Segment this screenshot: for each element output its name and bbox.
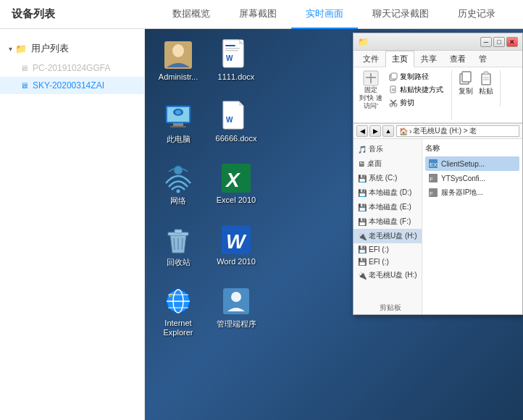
close-button[interactable]: ✕ bbox=[506, 37, 518, 47]
nav-drive-c[interactable]: 💾 系统 (C:) bbox=[353, 171, 422, 185]
svg-rect-5 bbox=[225, 48, 240, 49]
desktop: Administr... W bbox=[145, 29, 523, 420]
fe-clipboard-btns: 复制路径 粘贴快捷方式 剪切 bbox=[387, 70, 445, 109]
nav-drive-e[interactable]: 💾 本地磁盘 (E:) bbox=[353, 200, 422, 214]
drive-e-icon: 💾 bbox=[358, 203, 367, 211]
usb2-icon: 🔌 bbox=[358, 272, 367, 280]
fe-tab-file[interactable]: 文件 bbox=[356, 51, 385, 67]
admin-icon bbox=[162, 39, 194, 71]
window-controls: ─ □ ✕ bbox=[480, 37, 518, 47]
nav-drive-d[interactable]: 💾 本地磁盘 (D:) bbox=[353, 185, 422, 200]
back-button[interactable]: ◀ bbox=[356, 125, 368, 137]
desktop-icon-doc1[interactable]: W 1111.docx bbox=[210, 36, 262, 98]
mypc-label: 此电脑 bbox=[167, 134, 191, 145]
svg-rect-11 bbox=[170, 126, 186, 127]
tab-history[interactable]: 历史记录 bbox=[443, 0, 510, 29]
usb-h2-label: 老毛桃U盘 (H:) bbox=[369, 270, 417, 280]
desktop-icon-mgr[interactable]: 管理端程序 bbox=[210, 282, 262, 344]
sidebar-item-pc2[interactable]: 🖥 SKY-20200314ZAI bbox=[0, 77, 144, 94]
desktop-icon-excel[interactable]: X Excel 2010 bbox=[210, 159, 262, 221]
mgr-label: 管理端程序 bbox=[217, 319, 256, 329]
svg-point-16 bbox=[174, 166, 183, 175]
nav-music[interactable]: 🎵 音乐 bbox=[353, 142, 422, 156]
efi2-icon: 💾 bbox=[358, 258, 367, 266]
desktop-icon-ie[interactable]: e Internet Explorer bbox=[152, 282, 204, 344]
file-item-1[interactable]: EXE ClientSetup... bbox=[425, 156, 519, 171]
fe-paste-shortcut-btn[interactable]: 粘贴快捷方式 bbox=[387, 83, 445, 96]
fe-addressbar: ◀ ▶ ▲ 🏠 › 老毛桃U盘 (H:) > 老 bbox=[353, 124, 522, 139]
fe-file-list: 名称 EXE ClientSetup... F YTSysConfi... F bbox=[422, 139, 522, 314]
address-bar[interactable]: 🏠 › 老毛桃U盘 (H:) > 老 bbox=[396, 125, 519, 137]
desktop-icon: 🖥 bbox=[358, 160, 365, 168]
nav-usb-h2[interactable]: 🔌 老毛桃U盘 (H:) bbox=[353, 268, 422, 282]
drive-d-icon: 💾 bbox=[358, 189, 367, 197]
fe-tab-view[interactable]: 查看 bbox=[443, 51, 472, 67]
tab-realtime[interactable]: 实时画面 bbox=[291, 0, 358, 29]
desktop-icon-recycle[interactable]: 回收站 bbox=[152, 221, 204, 282]
desktop-label: 桌面 bbox=[367, 159, 382, 169]
recycle-label: 回收站 bbox=[167, 257, 191, 268]
file-item-3[interactable]: F 服务器IP地... bbox=[425, 185, 519, 200]
tab-data-overview[interactable]: 数据概览 bbox=[158, 0, 225, 29]
svg-rect-4 bbox=[225, 45, 235, 46]
column-name: 名称 bbox=[425, 142, 519, 155]
svg-rect-20 bbox=[175, 230, 182, 233]
nav-efi2[interactable]: 💾 EFI (:) bbox=[353, 256, 422, 268]
sidebar-group-users[interactable]: ▾ 📁 用户列表 bbox=[0, 38, 144, 59]
maximize-button[interactable]: □ bbox=[493, 37, 505, 47]
fe-titlebar: 📁 ─ □ ✕ bbox=[353, 33, 522, 51]
tab-screenshot[interactable]: 屏幕截图 bbox=[225, 0, 291, 29]
fe-tab-more[interactable]: 管 bbox=[472, 51, 493, 67]
music-label: 音乐 bbox=[369, 144, 383, 154]
fe-paste-btn[interactable]: 粘贴 bbox=[478, 70, 494, 96]
pc2-label: SKY-20200314ZAI bbox=[33, 80, 104, 91]
svg-text:X: X bbox=[225, 169, 241, 191]
desktop-icon-network[interactable]: 网络 bbox=[152, 159, 204, 221]
sidebar-item-pc1[interactable]: 🖥 PC-20191024GGFA bbox=[0, 59, 144, 77]
fe-nav-sidebar: 🎵 音乐 🖥 桌面 💾 系统 (C:) bbox=[353, 139, 422, 314]
fe-ribbon-tabs: 文件 主页 共享 查看 管 bbox=[353, 51, 522, 67]
music-icon: 🎵 bbox=[358, 146, 367, 154]
doc1-label: 1111.docx bbox=[218, 72, 255, 81]
drive-c-icon: 💾 bbox=[358, 175, 367, 182]
drive-f-icon: 💾 bbox=[358, 218, 367, 226]
network-icon bbox=[162, 162, 194, 194]
doc2-icon: W bbox=[220, 101, 252, 133]
desktop-icon-doc2[interactable]: W 66666.docx bbox=[210, 98, 262, 159]
sidebar: ▾ 📁 用户列表 🖥 PC-20191024GGFA 🖥 SKY-2020031… bbox=[0, 29, 145, 420]
nav-desktop[interactable]: 🖥 桌面 bbox=[353, 156, 422, 171]
network-label: 网络 bbox=[170, 196, 186, 206]
svg-point-30 bbox=[231, 292, 241, 302]
fe-ribbon-group-pin: 固定到'快 速访问' 复制路径 粘贴快捷方式 bbox=[358, 70, 452, 119]
nav-drive-f[interactable]: 💾 本地磁盘 (F:) bbox=[353, 214, 422, 229]
desktop-icon-admin[interactable]: Administr... bbox=[152, 36, 204, 98]
efi1-label: EFI (:) bbox=[369, 245, 389, 253]
fe-copy-btn[interactable]: 复制 bbox=[458, 70, 474, 96]
file-item-2[interactable]: F YTSysConfi... bbox=[425, 171, 519, 185]
word2010-label: Word 2010 bbox=[217, 257, 256, 266]
svg-text:EXE: EXE bbox=[430, 161, 438, 168]
forward-button[interactable]: ▶ bbox=[369, 125, 381, 137]
svg-text:W: W bbox=[226, 54, 233, 62]
nav-efi1[interactable]: 💾 EFI (:) bbox=[353, 243, 422, 256]
usb-icon: 🔌 bbox=[358, 232, 367, 240]
fe-copy-path-btn[interactable]: 复制路径 bbox=[387, 70, 445, 83]
drive-d-label: 本地磁盘 (D:) bbox=[369, 188, 411, 198]
fe-cut-btn[interactable]: 剪切 bbox=[387, 96, 445, 109]
desktop-icon-mypc[interactable]: 此电脑 bbox=[152, 98, 204, 159]
excel-icon: X bbox=[220, 162, 252, 194]
fe-tab-home[interactable]: 主页 bbox=[385, 51, 414, 67]
page-title: 设备列表 bbox=[12, 7, 156, 21]
drive-e-label: 本地磁盘 (E:) bbox=[369, 202, 411, 212]
arrow-icon: ▾ bbox=[9, 45, 12, 53]
fe-ribbon-content: 固定到'快 速访问' 复制路径 粘贴快捷方式 bbox=[353, 67, 522, 123]
nav-usb-h[interactable]: 🔌 老毛桃U盘 (H:) bbox=[353, 229, 422, 243]
file2-name: YTSysConfi... bbox=[441, 175, 485, 182]
tab-chat-screenshot[interactable]: 聊天记录截图 bbox=[358, 0, 443, 29]
ie-label: Internet Explorer bbox=[164, 319, 193, 337]
up-button[interactable]: ▲ bbox=[382, 125, 394, 137]
desktop-icon-word2010[interactable]: W Word 2010 bbox=[210, 221, 262, 282]
fe-pin-btn[interactable]: 固定到'快 速访问' bbox=[358, 70, 384, 109]
minimize-button[interactable]: ─ bbox=[480, 37, 492, 47]
fe-tab-share[interactable]: 共享 bbox=[414, 51, 443, 67]
